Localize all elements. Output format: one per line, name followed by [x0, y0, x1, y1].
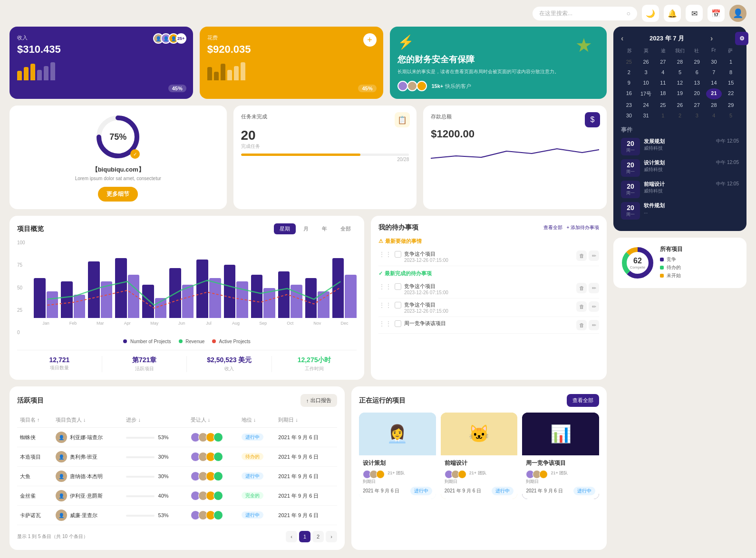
cal-day-12[interactable]: 12: [672, 78, 688, 87]
bar-5: [44, 66, 48, 80]
todo-checkbox-1[interactable]: [395, 251, 401, 258]
promo-count: 15k+: [432, 83, 444, 89]
todo-add-button[interactable]: + 添加待办事项: [566, 224, 599, 231]
cal-day-11[interactable]: 11: [655, 78, 671, 87]
cal-day-31[interactable]: 31: [638, 111, 654, 120]
cal-day-28[interactable]: 28: [672, 57, 688, 67]
cal-day-6[interactable]: 6: [689, 67, 705, 77]
cal-day-13[interactable]: 13: [689, 78, 705, 87]
cal-day-7[interactable]: 7: [706, 67, 722, 77]
cal-day-5[interactable]: 5: [723, 111, 739, 120]
col-due[interactable]: 到期日 ↓: [275, 413, 337, 428]
todo-edit-4[interactable]: ✏: [589, 320, 599, 330]
page-1-button[interactable]: 1: [299, 531, 310, 542]
cal-day-1[interactable]: 1: [655, 111, 671, 120]
cal-day-25[interactable]: 25: [655, 100, 671, 110]
progress-circle: 75% ✓: [94, 113, 142, 161]
cal-day-1[interactable]: 1: [723, 57, 739, 67]
todo-edit-3[interactable]: ✏: [589, 301, 599, 312]
cal-day-26[interactable]: 26: [638, 57, 654, 67]
cal-day-4[interactable]: 4: [706, 111, 722, 120]
next-page-button[interactable]: ›: [326, 531, 337, 542]
todo-edit-1[interactable]: ✏: [589, 250, 599, 261]
todo-checkbox-4[interactable]: [395, 320, 401, 327]
drag-handle-3[interactable]: ⋮⋮: [378, 301, 392, 309]
col-status[interactable]: 地位 ↓: [239, 413, 276, 428]
cal-day-30[interactable]: 30: [706, 57, 722, 67]
cal-next-button[interactable]: ›: [710, 34, 713, 43]
circle-detail-button[interactable]: 更多细节: [98, 187, 138, 202]
drag-handle-4[interactable]: ⋮⋮: [378, 320, 392, 327]
cal-day-20[interactable]: 20: [689, 88, 705, 99]
cal-day-4[interactable]: 4: [655, 67, 671, 77]
ebar-5: [234, 66, 239, 80]
cal-day-2[interactable]: 2: [621, 67, 637, 77]
rc-title-2: 周一竞争该项目: [526, 459, 595, 467]
calendar-settings-button[interactable]: ⚙: [735, 32, 748, 45]
assignee-av-0-3: [213, 433, 223, 442]
stat-projects: 12,721 项目数量: [17, 356, 102, 372]
cal-day-17号[interactable]: 17号: [638, 88, 654, 99]
cal-day-29[interactable]: 29: [689, 57, 705, 67]
legend-notstarted: 未开始: [660, 272, 739, 279]
todo-see-all-button[interactable]: 查看全部: [543, 224, 562, 231]
event-info-1: 设计策划 威特科技: [644, 159, 712, 173]
todo-checkbox-2[interactable]: [395, 283, 401, 290]
todo-delete-2[interactable]: 🗑: [576, 283, 587, 293]
mail-button[interactable]: ✉: [686, 5, 703, 22]
todo-edit-2[interactable]: ✏: [589, 283, 599, 293]
cal-day-19[interactable]: 19: [672, 88, 688, 99]
cal-day-15[interactable]: 15: [723, 78, 739, 87]
cal-day-8[interactable]: 8: [723, 67, 739, 77]
page-2-button[interactable]: 2: [312, 531, 324, 542]
drag-handle-2[interactable]: ⋮⋮: [378, 283, 392, 290]
cal-day-5[interactable]: 5: [672, 67, 688, 77]
cal-day-24[interactable]: 24: [638, 100, 654, 110]
user-avatar[interactable]: 👤: [729, 5, 746, 22]
cal-day-30[interactable]: 30: [621, 111, 637, 120]
cal-day-2[interactable]: 2: [672, 111, 688, 120]
cal-day-16[interactable]: 16: [621, 88, 637, 99]
todo-content-4: 周一竞争谈该项目: [404, 320, 573, 327]
tab-year[interactable]: 年: [316, 223, 333, 234]
col-name[interactable]: 项目名 ↑: [17, 413, 53, 428]
col-manager[interactable]: 项目负责人 ↓: [53, 413, 124, 428]
cal-day-21[interactable]: 21: [706, 88, 722, 99]
month-label-May: May: [150, 321, 158, 326]
todo-delete-3[interactable]: 🗑: [576, 301, 587, 312]
tab-month[interactable]: 月: [298, 223, 314, 234]
todo-delete-1[interactable]: 🗑: [576, 250, 587, 261]
cal-day-14[interactable]: 14: [706, 78, 722, 87]
cal-day-26[interactable]: 26: [672, 100, 688, 110]
cal-day-3[interactable]: 3: [689, 111, 705, 120]
cal-day-22[interactable]: 22: [723, 88, 739, 99]
col-assignee[interactable]: 受让人 ↓: [188, 413, 239, 428]
col-progress[interactable]: 进步 ↓: [123, 413, 187, 428]
drag-handle-1[interactable]: ⋮⋮: [378, 250, 392, 258]
todo-delete-4[interactable]: 🗑: [576, 320, 587, 330]
dark-mode-button[interactable]: 🌙: [642, 5, 659, 22]
cal-prev-button[interactable]: ‹: [621, 34, 623, 43]
view-all-button[interactable]: 查看全部: [567, 394, 599, 407]
cal-day-3[interactable]: 3: [638, 67, 654, 77]
event-title-3: 软件规划: [644, 202, 735, 209]
cal-day-9[interactable]: 9: [621, 78, 637, 87]
cal-day-27[interactable]: 27: [689, 100, 705, 110]
cal-day-18[interactable]: 18: [655, 88, 671, 99]
add-expense-button[interactable]: +: [363, 33, 377, 47]
bar-projects-Oct: [278, 271, 290, 318]
calendar-button[interactable]: 📅: [708, 5, 725, 22]
cal-day-27[interactable]: 27: [655, 57, 671, 67]
todo-checkbox-3[interactable]: [395, 302, 401, 308]
cal-day-25[interactable]: 25: [621, 57, 637, 67]
cal-day-10[interactable]: 10: [638, 78, 654, 87]
cal-day-23[interactable]: 23: [621, 100, 637, 110]
tab-week[interactable]: 星期: [274, 223, 296, 234]
export-report-button[interactable]: ↑ 出口报告: [300, 394, 338, 407]
notifications-button[interactable]: 🔔: [664, 5, 681, 22]
prev-page-button[interactable]: ‹: [286, 531, 297, 542]
search-box[interactable]: 在这里搜索... ○: [533, 7, 637, 20]
tab-all[interactable]: 全部: [335, 223, 357, 234]
cal-day-29[interactable]: 29: [723, 100, 739, 110]
cal-day-28[interactable]: 28: [706, 100, 722, 110]
